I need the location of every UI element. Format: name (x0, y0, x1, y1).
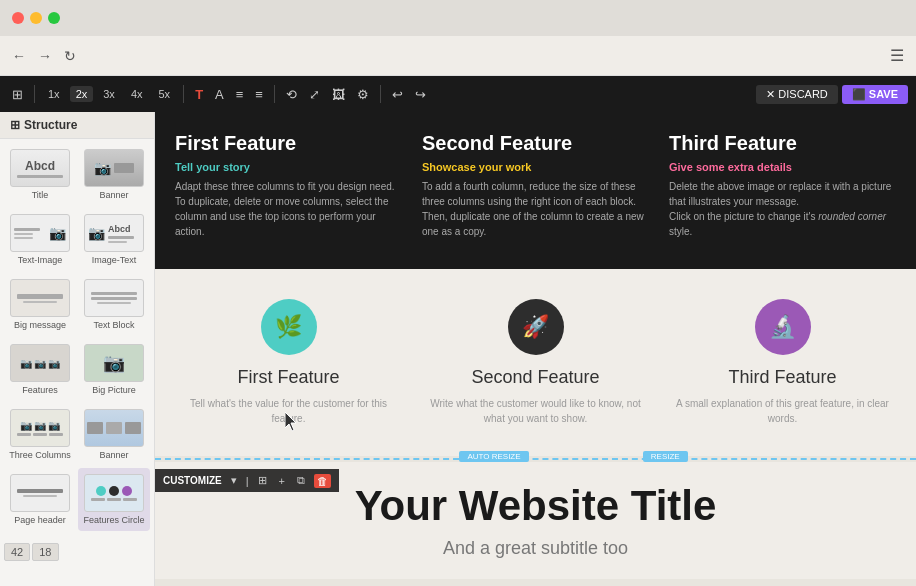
light-feature-title-3: Third Feature (728, 367, 836, 388)
undo-icon[interactable]: ↩ (388, 85, 407, 104)
toolbar-sep-1 (34, 85, 35, 103)
leaf-icon: 🌿 (275, 314, 302, 340)
dark-feature-title-2: Second Feature (422, 132, 649, 155)
sidebar-item-page-header[interactable]: Page header (4, 468, 76, 531)
image-icon[interactable]: 🖼 (328, 85, 349, 104)
sidebar-label-big-picture: Big Picture (92, 385, 136, 395)
resize-handle[interactable]: RESIZE (643, 451, 688, 462)
dark-feature-card-1: First Feature Tell your story Adapt thes… (175, 132, 402, 239)
rotate-icon[interactable]: ⟲ (282, 85, 301, 104)
zoom-3x[interactable]: 3x (97, 86, 121, 102)
align-center-icon[interactable]: ≡ (251, 85, 267, 104)
sidebar-item-three-columns[interactable]: 📷 📷 📷 Three Columns (4, 403, 76, 466)
dark-features-section: First Feature Tell your story Adapt thes… (155, 112, 916, 269)
customize-label: CUSTOMIZE (163, 475, 222, 486)
sidebar-item-image-text[interactable]: 📷 Abcd Image-Text (78, 208, 150, 271)
zoom-1x[interactable]: 1x (42, 86, 66, 102)
dark-feature-body-1: Adapt these three columns to fit you des… (175, 179, 402, 239)
nav-bar: ← → ↻ ☰ (0, 36, 916, 76)
toolbar-sep-4 (380, 85, 381, 103)
light-feature-card-1: 🌿 First Feature Tell what's the value fo… (175, 299, 402, 426)
light-features-grid: 🌿 First Feature Tell what's the value fo… (175, 299, 896, 426)
rocket-icon: 🚀 (522, 314, 549, 340)
customize-grid-icon[interactable]: ⊞ (255, 473, 270, 488)
feature-icon-2[interactable]: 🚀 (508, 299, 564, 355)
sidebar-item-big-message[interactable]: Big message (4, 273, 76, 336)
nav-left: ← → ↻ (12, 48, 76, 64)
sidebar-item-title[interactable]: Abcd Title (4, 143, 76, 206)
refresh-button[interactable]: ↻ (64, 48, 76, 64)
lab-icon: 🔬 (769, 314, 796, 340)
forward-button[interactable]: → (38, 48, 52, 64)
text-color-icon[interactable]: A (211, 85, 228, 104)
sidebar-label-features-circle: Features Circle (83, 515, 144, 525)
expand-icon[interactable]: ⤢ (305, 85, 324, 104)
text-format-icon[interactable]: T (191, 85, 207, 104)
sidebar-item-text-block[interactable]: Text Block (78, 273, 150, 336)
zoom-4x[interactable]: 4x (125, 86, 149, 102)
sidebar-thumb-banner2 (84, 409, 144, 447)
sidebar: ⊞ Structure Abcd Title 📷 (0, 112, 155, 586)
light-feature-card-2: 🚀 Second Feature Write what the customer… (422, 299, 649, 426)
sidebar-item-text-image[interactable]: 📷 Text-Image (4, 208, 76, 271)
light-feature-body-3: A small explanation of this great featur… (669, 396, 896, 426)
maximize-button[interactable] (48, 12, 60, 24)
sidebar-item-banner[interactable]: 📷 Banner (78, 143, 150, 206)
align-left-icon[interactable]: ≡ (232, 85, 248, 104)
grid-icon: ⊞ (10, 118, 20, 132)
sidebar-header: ⊞ Structure (0, 112, 154, 139)
menu-button[interactable]: ☰ (890, 46, 904, 65)
sidebar-item-features-circle[interactable]: Features Circle (78, 468, 150, 531)
save-button[interactable]: ⬛ SAVE (842, 85, 908, 104)
dark-features-grid: First Feature Tell your story Adapt thes… (175, 132, 896, 239)
minimize-button[interactable] (30, 12, 42, 24)
sidebar-label-banner2: Banner (99, 450, 128, 460)
sidebar-thumb-page-header (10, 474, 70, 512)
close-button[interactable] (12, 12, 24, 24)
redo-icon[interactable]: ↪ (411, 85, 430, 104)
sidebar-thumb-big-message (10, 279, 70, 317)
sidebar-thumb-text-image: 📷 (10, 214, 70, 252)
light-feature-body-2: Write what the customer would like to kn… (422, 396, 649, 426)
dark-feature-card-3: Third Feature Give some extra details De… (669, 132, 896, 239)
customize-delete-icon[interactable]: 🗑 (314, 474, 331, 488)
sidebar-thumb-image-text: 📷 Abcd (84, 214, 144, 252)
feature-icon-3[interactable]: 🔬 (755, 299, 811, 355)
sidebar-label-text-block: Text Block (93, 320, 134, 330)
light-feature-body-1: Tell what's the value for the customer f… (175, 396, 402, 426)
feature-icon-1[interactable]: 🌿 (261, 299, 317, 355)
sidebar-thumb-three-columns: 📷 📷 📷 (10, 409, 70, 447)
back-button[interactable]: ← (12, 48, 26, 64)
sidebar-thumb-features: 📷 📷 📷 (10, 344, 70, 382)
sidebar-item-banner2[interactable]: Banner (78, 403, 150, 466)
auto-resize-handle[interactable]: AUTO RESIZE (459, 451, 528, 462)
customize-chevron[interactable]: ▾ (228, 473, 240, 488)
zoom-2x[interactable]: 2x (70, 86, 94, 102)
discard-button[interactable]: ✕ DISCARD (756, 85, 838, 104)
sidebar-grid: Abcd Title 📷 Banner (0, 139, 154, 535)
light-feature-title-1: First Feature (237, 367, 339, 388)
sidebar-label-three-columns: Three Columns (9, 450, 71, 460)
sidebar-label-image-text: Image-Text (92, 255, 137, 265)
sidebar-thumb-banner: 📷 (84, 149, 144, 187)
zoom-5x[interactable]: 5x (153, 86, 177, 102)
sidebar-thumb-title: Abcd (10, 149, 70, 187)
customize-add-icon[interactable]: + (276, 474, 288, 488)
dark-feature-card-2: Second Feature Showcase your work To add… (422, 132, 649, 239)
dark-feature-body-3: Delete the above image or replace it wit… (669, 179, 896, 239)
sidebar-thumb-text-block (84, 279, 144, 317)
sidebar-item-features[interactable]: 📷 📷 📷 Features (4, 338, 76, 401)
customize-duplicate-icon[interactable]: ⧉ (294, 473, 308, 488)
add-section-icon[interactable]: ⊞ (8, 85, 27, 104)
dark-feature-title-1: First Feature (175, 132, 402, 155)
toolbar-right: ✕ DISCARD ⬛ SAVE (756, 85, 908, 104)
sidebar-item-big-picture[interactable]: 📷 Big Picture (78, 338, 150, 401)
toolbar-sep-3 (274, 85, 275, 103)
customize-bar: CUSTOMIZE ▾ | ⊞ + ⧉ 🗑 (155, 469, 339, 492)
settings-icon[interactable]: ⚙ (353, 85, 373, 104)
sidebar-label-banner: Banner (99, 190, 128, 200)
sidebar-label-text-image: Text-Image (18, 255, 63, 265)
sidebar-label-title: Title (32, 190, 49, 200)
dark-feature-title-3: Third Feature (669, 132, 896, 155)
sidebar-thumb-big-picture: 📷 (84, 344, 144, 382)
